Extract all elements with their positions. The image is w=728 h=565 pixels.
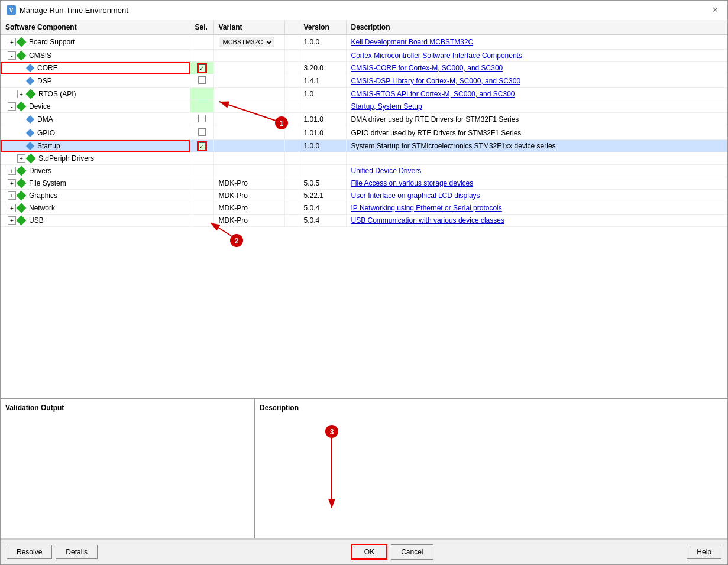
variant-cell: MCBSTM32C — [213, 35, 284, 50]
description-link[interactable]: USB Communication with various device cl… — [351, 216, 504, 225]
cancel-button[interactable]: Cancel — [391, 544, 433, 560]
description-link[interactable]: User Interface on graphical LCD displays — [351, 191, 480, 200]
description-link[interactable]: CMSIS-RTOS API for Cortex-M, SC000, and … — [351, 90, 515, 98]
table-row[interactable]: +RTOS (API)1.0CMSIS-RTOS API for Cortex-… — [1, 88, 727, 100]
table-row[interactable]: -DeviceStartup, System Setup — [1, 100, 727, 113]
expand-button[interactable]: + — [8, 191, 16, 200]
svg-point-5 — [230, 234, 243, 247]
expand-button[interactable]: - — [8, 102, 16, 111]
description-cell: System Startup for STMicroelectronics ST… — [346, 140, 727, 152]
table-row[interactable]: +GraphicsMDK-Pro5.22.1User Interface on … — [1, 190, 727, 202]
center-button-group: OK Cancel — [351, 544, 433, 560]
description-cell: DMA driver used by RTE Drivers for STM32… — [346, 113, 727, 126]
checkbox[interactable] — [198, 76, 206, 84]
description-link[interactable]: CMSIS-CORE for Cortex-M, SC000, and SC30… — [351, 64, 503, 72]
table-wrapper: Software Component Sel. Variant Version … — [1, 20, 727, 227]
help-button[interactable]: Help — [687, 545, 721, 559]
sel-cell — [190, 202, 213, 215]
table-row[interactable]: GPIO1.01.0GPIO driver used by RTE Driver… — [1, 126, 727, 140]
checkbox[interactable] — [198, 128, 206, 136]
expand-button[interactable]: + — [8, 179, 16, 187]
variant-cell — [213, 50, 284, 62]
validation-section: Validation Output — [1, 399, 255, 538]
description-link[interactable]: IP Networking using Ethernet or Serial p… — [351, 204, 502, 212]
sel-cell — [190, 74, 213, 88]
description-cell: User Interface on graphical LCD displays — [346, 190, 727, 202]
expand-button[interactable]: + — [8, 38, 16, 46]
variant-select[interactable]: MCBSTM32C — [219, 37, 274, 47]
component-label: RTOS (API) — [38, 90, 76, 98]
table-row[interactable]: Startup1.0.0System Startup for STMicroel… — [1, 140, 727, 152]
variant-dropdown-cell — [284, 74, 299, 88]
details-button[interactable]: Details — [56, 545, 98, 559]
checkbox[interactable] — [198, 142, 206, 150]
left-button-group: Resolve Details — [7, 545, 98, 559]
component-name-cell: +Network — [1, 202, 190, 215]
description-link[interactable]: CMSIS-DSP Library for Cortex-M, SC000, a… — [351, 77, 521, 85]
green-diamond-icon — [26, 154, 36, 164]
component-name-cell: +File System — [1, 177, 190, 190]
sel-cell — [190, 215, 213, 227]
version-cell: 5.0.4 — [299, 202, 346, 215]
table-row[interactable]: +NetworkMDK-Pro5.0.4IP Networking using … — [1, 202, 727, 215]
table-row[interactable]: +File SystemMDK-Pro5.0.5File Access on v… — [1, 177, 727, 190]
component-label: CORE — [37, 64, 58, 72]
description-link[interactable]: Cortex Microcontroller Software Interfac… — [351, 51, 522, 60]
component-label: Startup — [37, 142, 60, 150]
component-name-cell: +Board Support — [1, 35, 190, 50]
version-cell: 5.22.1 — [299, 190, 346, 202]
description-link[interactable]: Keil Development Board MCBSTM32C — [351, 38, 474, 46]
component-label: CMSIS — [29, 51, 51, 60]
table-row[interactable]: CORE3.20.0CMSIS-CORE for Cortex-M, SC000… — [1, 62, 727, 74]
title-bar: V Manage Run-Time Environment × — [1, 1, 727, 20]
green-diamond-icon — [17, 216, 27, 226]
component-name-cell: -CMSIS — [1, 50, 190, 62]
col-variant-dropdown — [284, 20, 299, 35]
description-label: Description — [260, 404, 723, 412]
table-row[interactable]: +StdPeriph Drivers — [1, 152, 727, 165]
description-link[interactable]: Unified Device Drivers — [351, 167, 422, 175]
bottom-panel: Validation Output Description 3 — [1, 399, 727, 564]
expand-button[interactable]: - — [8, 51, 16, 60]
expand-button[interactable]: + — [8, 204, 16, 212]
bottom-buttons: Resolve Details OK Cancel Help — [1, 539, 727, 564]
description-cell: Keil Development Board MCBSTM32C — [346, 35, 727, 50]
table-row[interactable]: DSP1.4.1CMSIS-DSP Library for Cortex-M, … — [1, 74, 727, 88]
table-row[interactable]: +USBMDK-Pro5.0.4USB Communication with v… — [1, 215, 727, 227]
description-link[interactable]: Startup, System Setup — [351, 102, 422, 111]
table-row[interactable]: -CMSISCortex Microcontroller Software In… — [1, 50, 727, 62]
table-row[interactable]: +Board SupportMCBSTM32C1.0.0Keil Develop… — [1, 35, 727, 50]
table-row[interactable]: +DriversUnified Device Drivers — [1, 165, 727, 177]
component-label: USB — [29, 216, 44, 225]
col-software-component: Software Component — [1, 20, 190, 35]
resolve-button[interactable]: Resolve — [7, 545, 52, 559]
description-section: Description 3 — [255, 399, 727, 538]
blue-diamond-icon — [26, 129, 34, 137]
component-name-cell: DSP — [1, 74, 190, 88]
variant-dropdown-cell — [284, 152, 299, 165]
variant-cell — [213, 88, 284, 100]
variant-dropdown-cell — [284, 215, 299, 227]
component-label: StdPeriph Drivers — [38, 154, 94, 163]
sel-cell — [190, 113, 213, 126]
component-label: DSP — [37, 77, 52, 85]
checkbox[interactable] — [198, 64, 206, 72]
version-cell: 1.4.1 — [299, 74, 346, 88]
version-cell: 3.20.0 — [299, 62, 346, 74]
expand-button[interactable]: + — [17, 154, 25, 163]
version-cell: 1.01.0 — [299, 126, 346, 140]
variant-cell: MDK-Pro — [213, 215, 284, 227]
checkbox[interactable] — [198, 115, 206, 122]
table-row[interactable]: DMA1.01.0DMA driver used by RTE Drivers … — [1, 113, 727, 126]
ok-button[interactable]: OK — [351, 544, 387, 560]
close-button[interactable]: × — [709, 4, 721, 16]
component-label: Board Support — [29, 38, 75, 46]
component-name-cell: CORE — [1, 62, 190, 74]
sel-cell — [190, 152, 213, 165]
expand-button[interactable]: + — [8, 216, 16, 225]
expand-button[interactable]: + — [8, 167, 16, 175]
expand-button[interactable]: + — [17, 90, 25, 98]
svg-text:3: 3 — [330, 428, 334, 436]
title-bar-left: V Manage Run-Time Environment — [7, 5, 128, 15]
description-link[interactable]: File Access on various storage devices — [351, 179, 474, 187]
